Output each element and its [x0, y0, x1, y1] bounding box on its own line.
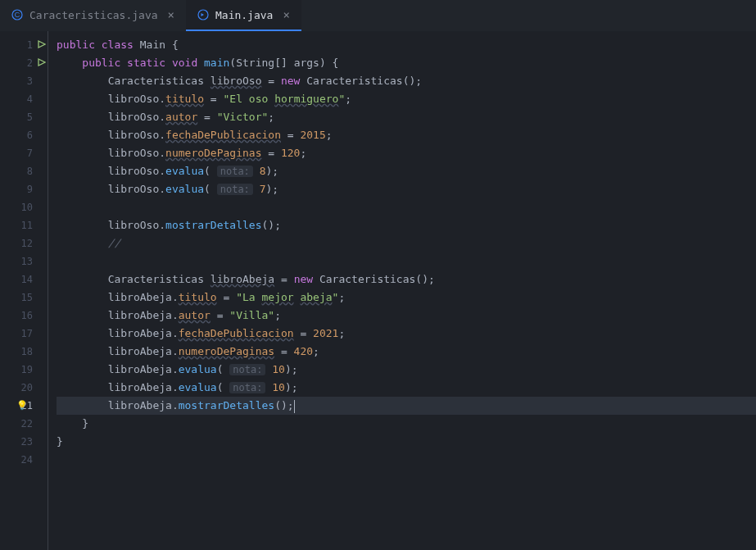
line-number[interactable]: 15 — [0, 289, 48, 307]
editor: 1 2 3 4 5 6 7 8 9 10 11 12 13 14 15 16 1… — [0, 31, 756, 550]
line-number[interactable]: 11 — [0, 216, 48, 234]
tab-main[interactable]: Main.java × — [186, 0, 301, 31]
tab-label: Main.java — [215, 9, 273, 21]
code-line[interactable]: libroOso.numeroDePaginas = 120; — [57, 144, 756, 162]
line-number[interactable]: 14 — [0, 270, 48, 289]
code-line[interactable] — [57, 252, 756, 270]
line-number[interactable]: 22 — [0, 415, 48, 433]
code-line[interactable]: // — [57, 234, 756, 252]
code-line[interactable]: libroOso.evalua( nota: 8); — [57, 162, 756, 180]
line-number[interactable]: 1 — [0, 36, 48, 54]
line-number[interactable]: 13 — [0, 252, 48, 270]
line-number[interactable]: 3 — [0, 72, 48, 90]
code-line[interactable]: libroAbeja.numeroDePaginas = 420; — [57, 343, 756, 361]
line-number[interactable]: 20 — [0, 379, 48, 397]
line-number[interactable]: 6 — [0, 126, 48, 144]
code-line[interactable]: public class Main { — [57, 36, 756, 54]
line-number[interactable]: 17 — [0, 325, 48, 343]
code-line[interactable]: libroOso.titulo = "El oso hormiguero"; — [57, 90, 756, 108]
line-number[interactable]: 12 — [0, 234, 48, 252]
code-line[interactable]: libroAbeja.titulo = "La mejor abeja"; — [57, 289, 756, 307]
line-number[interactable]: 4 — [0, 90, 48, 108]
code-line[interactable]: Caracteristicas libroAbeja = new Caracte… — [57, 270, 756, 289]
code-line[interactable]: public static void main(String[] args) { — [57, 54, 756, 72]
line-number[interactable]: 10 — [0, 198, 48, 216]
code-line[interactable]: libroAbeja.evalua( nota: 10); — [57, 379, 756, 397]
line-number[interactable]: 24 — [0, 451, 48, 469]
line-number[interactable]: 8 — [0, 162, 48, 180]
code-line[interactable]: libroOso.fechaDePublicacion = 2015; — [57, 126, 756, 144]
lightbulb-icon[interactable]: 💡 — [16, 397, 28, 415]
tab-bar: C Caracteristicas.java × Main.java × — [0, 0, 756, 31]
code-line[interactable]: libroOso.autor = "Victor"; — [57, 108, 756, 126]
code-line[interactable]: } — [57, 433, 756, 451]
tab-caracteristicas[interactable]: C Caracteristicas.java × — [0, 0, 186, 31]
code-line[interactable]: } — [57, 415, 756, 433]
run-icon[interactable] — [38, 36, 46, 54]
code-line[interactable]: libroAbeja.autor = "Villa"; — [57, 307, 756, 325]
line-number[interactable]: 💡21 — [0, 397, 48, 415]
java-class-icon: C — [11, 9, 23, 20]
code-line[interactable] — [57, 451, 756, 469]
code-line[interactable]: libroAbeja.fechaDePublicacion = 2021; — [57, 325, 756, 343]
code-line[interactable]: libroAbeja.mostrarDetalles(); — [57, 397, 756, 415]
line-number[interactable]: 9 — [0, 180, 48, 198]
line-number[interactable]: 23 — [0, 433, 48, 451]
line-number[interactable]: 2 — [0, 54, 48, 72]
line-number[interactable]: 7 — [0, 144, 48, 162]
close-icon[interactable]: × — [283, 8, 289, 21]
code-line[interactable]: libroOso.evalua( nota: 7); — [57, 180, 756, 198]
code-line[interactable]: libroOso.mostrarDetalles(); — [57, 216, 756, 234]
code-line[interactable]: Caracteristicas libroOso = new Caracteri… — [57, 72, 756, 90]
java-class-icon — [197, 9, 209, 20]
line-number[interactable]: 19 — [0, 361, 48, 379]
code-area[interactable]: public class Main { public static void m… — [48, 31, 756, 550]
line-number[interactable]: 16 — [0, 307, 48, 325]
line-number[interactable]: 18 — [0, 343, 48, 361]
tab-label: Caracteristicas.java — [29, 9, 158, 21]
text-cursor — [294, 400, 295, 413]
run-icon[interactable] — [38, 54, 46, 72]
line-number[interactable]: 5 — [0, 108, 48, 126]
close-icon[interactable]: × — [168, 8, 174, 21]
code-line[interactable]: libroAbeja.evalua( nota: 10); — [57, 361, 756, 379]
gutter: 1 2 3 4 5 6 7 8 9 10 11 12 13 14 15 16 1… — [0, 31, 48, 550]
svg-text:C: C — [15, 11, 20, 19]
code-line[interactable] — [57, 198, 756, 216]
